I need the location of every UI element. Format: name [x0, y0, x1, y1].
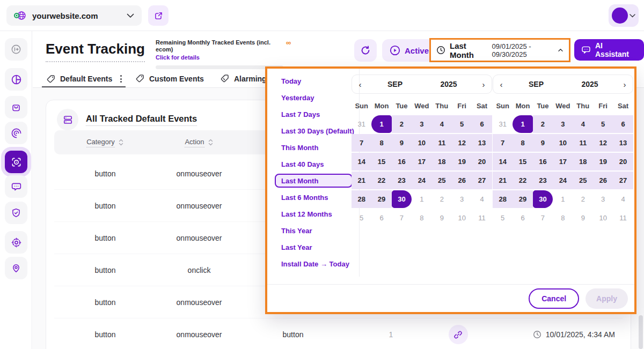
day-cell[interactable]: 9 [432, 209, 452, 227]
open-site-button[interactable] [148, 5, 169, 26]
day-cell[interactable]: 3 [452, 190, 472, 208]
preset-last-40-days[interactable]: Last 40 Days [275, 157, 353, 171]
day-cell[interactable]: 2 [573, 190, 593, 208]
day-cell[interactable]: 7 [533, 209, 553, 227]
user-menu[interactable] [609, 4, 639, 27]
day-cell[interactable]: 2 [432, 190, 452, 208]
day-cell[interactable]: 25 [573, 172, 593, 189]
day-cell[interactable]: 5 [452, 115, 472, 133]
sidebar-item-event-tracking[interactable] [5, 151, 27, 173]
day-cell[interactable]: 5 [352, 209, 371, 227]
preset-last-month[interactable]: Last Month [275, 174, 353, 188]
preset-last-7-days[interactable]: Last 7 Days [275, 107, 353, 121]
day-cell[interactable]: 5 [593, 115, 613, 133]
calendar-year[interactable]: 2025 [563, 80, 617, 88]
day-cell[interactable]: 11 [472, 209, 492, 227]
day-cell[interactable]: 7 [352, 134, 371, 152]
prev-month-icon[interactable]: ‹ [352, 80, 368, 89]
day-cell[interactable]: 10 [553, 134, 573, 152]
sidebar-item-performance[interactable] [5, 122, 27, 144]
day-cell[interactable]: 11 [573, 134, 593, 152]
day-cell[interactable]: 31 [352, 115, 371, 133]
day-cell[interactable]: 10 [452, 209, 472, 227]
day-cell[interactable]: 30 [533, 190, 553, 208]
day-cell[interactable]: 17 [412, 153, 431, 170]
day-cell[interactable]: 13 [472, 134, 492, 152]
day-cell[interactable]: 5 [493, 209, 513, 227]
day-cell[interactable]: 25 [432, 172, 452, 189]
day-cell[interactable]: 22 [371, 172, 391, 189]
day-cell[interactable]: 27 [613, 172, 633, 189]
tab-custom-events[interactable]: Custom Events [135, 74, 204, 83]
preset-last-12-months[interactable]: Last 12 Months [275, 207, 353, 221]
day-cell[interactable]: 29 [513, 190, 532, 208]
preset-last-30-days-default[interactable]: Last 30 Days (Default) [275, 124, 353, 138]
calendar-month[interactable]: SEP [368, 80, 422, 88]
sidebar-item-feedback[interactable] [5, 175, 27, 198]
calendar-year[interactable]: 2025 [422, 80, 475, 88]
day-cell[interactable]: 15 [513, 153, 532, 170]
day-cell[interactable]: 14 [352, 153, 371, 170]
day-cell[interactable]: 24 [412, 172, 431, 189]
day-cell[interactable]: 19 [452, 153, 472, 170]
day-cell[interactable]: 19 [593, 153, 613, 170]
day-cell[interactable]: 11 [613, 209, 633, 227]
preset-install-date-today[interactable]: Install Date → Today [275, 257, 353, 271]
preset-this-year[interactable]: This Year [275, 224, 353, 237]
day-cell[interactable]: 24 [553, 172, 573, 189]
day-cell[interactable]: 20 [613, 153, 633, 170]
day-cell[interactable]: 31 [493, 115, 513, 133]
day-cell[interactable]: 15 [371, 153, 391, 170]
day-cell[interactable]: 3 [553, 115, 573, 133]
date-range-button[interactable]: Last Month 09/01/2025 - 09/30/2025 [429, 38, 570, 62]
day-cell[interactable]: 16 [533, 153, 553, 170]
day-cell[interactable]: 21 [352, 172, 371, 189]
next-month-icon[interactable]: › [617, 80, 633, 89]
calendar-month[interactable]: SEP [509, 80, 563, 88]
day-cell[interactable]: 9 [533, 134, 553, 152]
day-cell[interactable]: 3 [412, 115, 431, 133]
day-cell[interactable]: 23 [533, 172, 553, 189]
sidebar-item-orders[interactable] [5, 96, 27, 118]
day-cell[interactable]: 4 [472, 190, 492, 208]
day-cell[interactable]: 18 [573, 153, 593, 170]
day-cell[interactable]: 6 [513, 209, 532, 227]
preset-last-year[interactable]: Last Year [275, 240, 353, 254]
kebab-menu-icon[interactable] [117, 74, 125, 84]
day-cell[interactable]: 8 [371, 134, 391, 152]
day-cell[interactable]: 9 [573, 209, 593, 227]
day-cell[interactable]: 22 [513, 172, 532, 189]
next-month-icon[interactable]: › [475, 80, 492, 89]
day-cell[interactable]: 6 [472, 115, 492, 133]
sidebar-item-security[interactable] [5, 202, 27, 224]
day-cell[interactable]: 17 [553, 153, 573, 170]
preset-last-6-months[interactable]: Last 6 Months [275, 190, 353, 204]
column-header-action[interactable]: Action [156, 138, 242, 147]
cancel-button[interactable]: Cancel [529, 288, 579, 309]
sidebar-item-settings[interactable] [5, 231, 27, 254]
day-cell[interactable]: 9 [392, 134, 412, 152]
day-cell[interactable]: 4 [432, 115, 452, 133]
day-cell[interactable]: 8 [513, 134, 532, 152]
day-cell[interactable]: 12 [452, 134, 472, 152]
day-cell[interactable]: 6 [613, 115, 633, 133]
day-cell[interactable]: 7 [392, 209, 412, 227]
day-cell[interactable]: 20 [472, 153, 492, 170]
day-cell[interactable]: 10 [593, 209, 613, 227]
day-cell[interactable]: 30 [392, 190, 412, 208]
day-cell[interactable]: 14 [493, 153, 513, 170]
day-cell[interactable]: 28 [352, 190, 371, 208]
sidebar-item-location[interactable] [5, 257, 27, 279]
day-cell[interactable]: 10 [412, 134, 431, 152]
prev-month-icon[interactable]: ‹ [493, 80, 509, 89]
tab-default-events[interactable]: Default Events [46, 74, 125, 84]
day-cell[interactable]: 27 [472, 172, 492, 189]
day-cell[interactable]: 4 [613, 190, 633, 208]
preset-this-month[interactable]: This Month [275, 140, 353, 154]
day-cell[interactable]: 13 [613, 134, 633, 152]
preset-yesterday[interactable]: Yesterday [275, 91, 353, 105]
day-cell[interactable]: 1 [412, 190, 431, 208]
day-cell[interactable]: 29 [371, 190, 391, 208]
day-cell[interactable]: 3 [593, 190, 613, 208]
day-cell[interactable]: 23 [392, 172, 412, 189]
